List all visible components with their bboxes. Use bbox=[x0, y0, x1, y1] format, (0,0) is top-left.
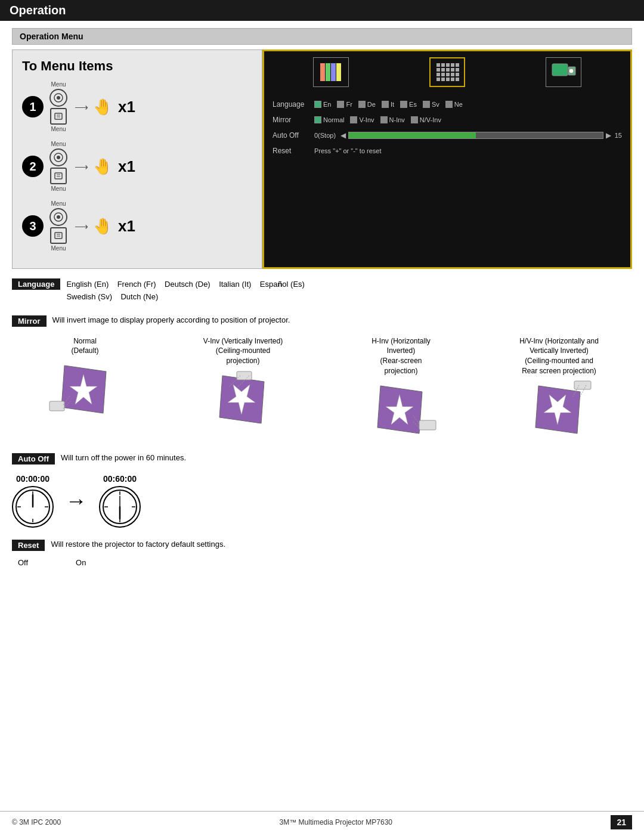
mirror-item-vinv: V-Inv (Vertically Inverted)(Ceiling-moun… bbox=[170, 336, 316, 431]
ui-panel-icons bbox=[273, 57, 622, 92]
slider-arrow-left: ◀ bbox=[340, 131, 346, 140]
content-area: Language English (En) French (Fr) Deutsc… bbox=[0, 278, 644, 567]
svg-point-41 bbox=[569, 69, 574, 73]
x1-label-3: x1 bbox=[118, 217, 135, 236]
reset-badge-row: Reset Will restore the projector to fact… bbox=[12, 540, 632, 555]
svg-rect-20 bbox=[441, 63, 445, 67]
ui-option-vinv: V-Inv bbox=[350, 116, 374, 123]
on-off-row: Off On bbox=[18, 558, 632, 567]
remote-icon-1 bbox=[49, 89, 67, 107]
arrow-2: ⟶ bbox=[75, 161, 88, 172]
ui-slider[interactable] bbox=[348, 132, 603, 139]
ui-row-autooff: Auto Off 0(Stop) ◀ ▶ 15 bbox=[273, 131, 622, 140]
svg-rect-15 bbox=[320, 63, 325, 81]
mirror-label-hinv: H-Inv (HorizontallyInverted)(Rear-screen… bbox=[328, 336, 474, 376]
slider-arrow-right: ▶ bbox=[606, 131, 611, 140]
arrow-1: ⟶ bbox=[75, 101, 88, 113]
clock-time-start: 00:00:00 bbox=[12, 474, 54, 484]
clock-start: 00:00:00 bbox=[12, 474, 54, 528]
ui-label-mirror: Mirror bbox=[273, 116, 314, 124]
step-number-2: 2 bbox=[22, 156, 44, 177]
mirror-item-hvinv: H/V-Inv (Horizontally andVertically Inve… bbox=[486, 336, 632, 441]
clock-section: 00:00:00 → bbox=[12, 474, 632, 528]
menu-btn-1 bbox=[50, 108, 67, 125]
ui-option-fr: Fr bbox=[337, 101, 352, 108]
arrow-3: ⟶ bbox=[75, 221, 88, 232]
menu-steps-title: To Menu Items bbox=[22, 58, 252, 74]
ui-row-reset: Reset Press "+" or "-" to reset bbox=[273, 147, 622, 155]
mirror-item-hinv: H-Inv (HorizontallyInverted)(Rear-screen… bbox=[328, 336, 474, 441]
x1-label-2: x1 bbox=[118, 157, 135, 176]
language-line2: Swedish (Sv) Dutch (Ne) bbox=[66, 292, 158, 301]
ui-row-language: Language En Fr De It Es Sv Ne bbox=[273, 100, 622, 109]
ui-option-sv: Sv bbox=[423, 101, 439, 108]
svg-point-6 bbox=[57, 156, 60, 159]
ui-row-mirror: Mirror Normal V-Inv N-Inv N/V-Inv bbox=[273, 116, 622, 124]
mirror-label-normal: Normal(Default) bbox=[12, 336, 158, 357]
autooff-badge-row: Auto Off Will turn off the power in 60 m… bbox=[12, 453, 632, 468]
autooff-section: Auto Off Will turn off the power in 60 m… bbox=[12, 453, 632, 528]
svg-rect-7 bbox=[55, 173, 62, 179]
language-section: Language English (En) French (Fr) Deutsc… bbox=[12, 278, 632, 304]
ui-option-ninv: N-Inv bbox=[380, 116, 405, 123]
ui-icon-grid bbox=[429, 57, 465, 87]
ui-label-reset: Reset bbox=[273, 147, 314, 155]
svg-rect-19 bbox=[436, 63, 440, 67]
language-line1: English (En) French (Fr) Deutsch (De) It… bbox=[66, 280, 305, 289]
svg-rect-37 bbox=[451, 78, 454, 81]
menu-step-1: 1 Menu Menu ⟶ 🤚 x1 bbox=[22, 81, 252, 132]
remote-icon-3 bbox=[49, 208, 67, 226]
svg-rect-59 bbox=[574, 381, 591, 389]
svg-rect-32 bbox=[451, 73, 454, 76]
reset-section: Reset Will restore the projector to fact… bbox=[12, 540, 632, 567]
ui-option-en: En bbox=[314, 101, 331, 108]
ui-label-autooff: Auto Off bbox=[273, 131, 314, 140]
menu-step-3: 3 Menu Menu ⟶ 🤚 x1 bbox=[22, 200, 252, 252]
svg-rect-34 bbox=[436, 78, 440, 81]
svg-rect-31 bbox=[446, 73, 450, 76]
off-label: Off bbox=[18, 558, 28, 567]
svg-rect-18 bbox=[336, 63, 341, 81]
clock-circle-end bbox=[99, 486, 141, 528]
mirror-diagrams: Normal(Default) V-Inv (Vertically Invert… bbox=[12, 336, 632, 441]
header-title: Operation bbox=[10, 4, 66, 17]
ui-option-de: De bbox=[358, 101, 376, 108]
ui-panel: Language En Fr De It Es Sv Ne Mirror Nor… bbox=[262, 49, 632, 269]
svg-rect-29 bbox=[436, 73, 440, 76]
ui-label-language: Language bbox=[273, 100, 314, 109]
menu-btn-3 bbox=[50, 227, 67, 244]
svg-rect-38 bbox=[456, 78, 459, 81]
mirror-label-hvinv: H/V-Inv (Horizontally andVertically Inve… bbox=[486, 336, 632, 376]
language-badge: Language bbox=[12, 278, 60, 290]
mirror-item-normal: Normal(Default) bbox=[12, 336, 158, 422]
reset-description: Will restore the projector to factory de… bbox=[51, 540, 225, 549]
section-header: Operation Menu bbox=[12, 28, 632, 45]
hand-2: 🤚 bbox=[93, 157, 112, 176]
svg-rect-33 bbox=[456, 73, 459, 76]
svg-rect-28 bbox=[456, 68, 459, 72]
svg-rect-39 bbox=[552, 64, 568, 76]
menu-steps-panel: To Menu Items 1 Menu Menu ⟶ 🤚 x1 2 Menu bbox=[12, 49, 262, 269]
footer-product: 3M™ Multimedia Projector MP7630 bbox=[280, 818, 392, 826]
operation-menu-container: To Menu Items 1 Menu Menu ⟶ 🤚 x1 2 Menu bbox=[12, 49, 632, 269]
mirror-label-vinv: V-Inv (Vertically Inverted)(Ceiling-moun… bbox=[170, 336, 316, 366]
autooff-description: Will turn off the power in 60 minutes. bbox=[61, 453, 186, 462]
ui-option-ne: Ne bbox=[445, 101, 463, 108]
x1-label-1: x1 bbox=[118, 98, 135, 116]
clock-arrow: → bbox=[66, 488, 87, 513]
section-header-label: Operation Menu bbox=[20, 32, 83, 41]
autooff-badge: Auto Off bbox=[12, 453, 55, 465]
menu-btn-2 bbox=[50, 168, 67, 184]
footer-copyright: © 3M IPC 2000 bbox=[12, 818, 61, 826]
mirror-section: Mirror Will invert image to display prop… bbox=[12, 315, 632, 441]
svg-rect-12 bbox=[55, 233, 62, 239]
svg-rect-26 bbox=[446, 68, 450, 72]
svg-rect-35 bbox=[441, 78, 445, 81]
mirror-badge-row: Mirror Will invert image to display prop… bbox=[12, 315, 632, 330]
ui-option-es: Es bbox=[400, 101, 417, 108]
clock-time-end: 00:60:00 bbox=[99, 474, 141, 484]
language-badge-row: Language English (En) French (Fr) Deutsc… bbox=[12, 278, 632, 304]
mirror-description: Will invert image to display properly ac… bbox=[52, 315, 290, 324]
svg-rect-36 bbox=[446, 78, 450, 81]
remote-icon-2 bbox=[49, 148, 67, 166]
